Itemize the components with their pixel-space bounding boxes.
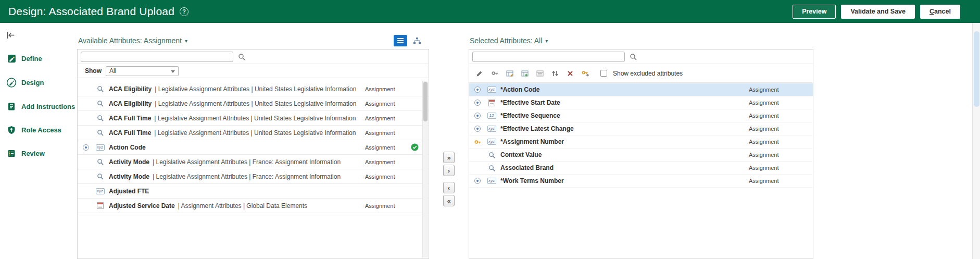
attribute-row[interactable]: xyz *Effective Latest Change Assignment (469, 122, 813, 135)
available-search-input[interactable] (81, 52, 233, 62)
available-attributes-title: Available Attributes: Assignment (78, 36, 182, 45)
attribute-name: Action Code (109, 144, 146, 151)
chevron-down-icon (171, 70, 175, 73)
sidebar-item-label: Role Access (21, 126, 61, 134)
search-icon[interactable] (630, 53, 637, 60)
date-attribute-icon (95, 202, 105, 209)
collapse-sidebar-button[interactable] (6, 31, 17, 40)
move-all-left-button[interactable]: « (443, 195, 455, 206)
text-attribute-icon: xyz (95, 144, 105, 151)
move-left-button[interactable]: ‹ (443, 182, 455, 193)
selected-search-input[interactable] (472, 52, 625, 62)
validate-and-save-button[interactable]: Validate and Save (841, 5, 915, 19)
attribute-row[interactable]: Adjusted Service Date | Assignment Attri… (78, 199, 429, 213)
show-filter-value: All (109, 67, 116, 75)
page-title: Design: Associated Brand Upload (8, 5, 174, 18)
attribute-category: Assignment (365, 101, 395, 107)
attribute-name: *Assignment Number (500, 138, 564, 145)
sidebar-item-define[interactable]: Define (0, 47, 77, 70)
preview-button[interactable]: Preview (793, 5, 836, 19)
generate-key-icon[interactable] (580, 68, 590, 79)
attribute-row[interactable]: xyz *Work Terms Number Assignment (469, 175, 813, 188)
attribute-row[interactable]: ACA Eligibility | Legislative Assignment… (78, 82, 429, 96)
attribute-name: ACA Eligibility (109, 85, 152, 93)
attribute-row[interactable]: Context Value Assignment (469, 149, 813, 162)
review-icon (6, 149, 17, 158)
attribute-name: Activity Mode (109, 158, 149, 166)
attribute-row[interactable]: xyz Adjusted FTE (78, 184, 429, 199)
attribute-row[interactable]: Activity Mode | Legislative Assignment A… (78, 155, 429, 169)
attribute-row[interactable]: ACA Full Time | Legislative Assignment A… (78, 111, 429, 126)
attribute-category: Assignment (749, 165, 778, 171)
search-icon[interactable] (238, 53, 245, 60)
radio-icon[interactable] (82, 144, 90, 151)
sidebar-item-design[interactable]: Design (0, 70, 77, 95)
attribute-row[interactable]: 12 *Effective Sequence Assignment (469, 109, 813, 122)
add-instructions-icon (6, 102, 17, 112)
radio-icon[interactable] (473, 113, 482, 119)
attribute-row[interactable]: ACA Full Time | Legislative Assignment A… (78, 126, 429, 140)
attribute-row[interactable]: Activity Mode | Legislative Assignment A… (78, 169, 429, 184)
attribute-row[interactable]: ACA Eligibility | Legislative Assignment… (78, 96, 429, 111)
move-all-right-button[interactable]: » (443, 152, 455, 163)
attribute-category: Assignment (365, 115, 395, 121)
available-attributes-title-dropdown[interactable]: Available Attributes: Assignment ▾ (78, 36, 187, 45)
attribute-category: Assignment (365, 203, 395, 209)
sidebar-item-review[interactable]: Review (0, 142, 77, 165)
scrollbar-thumb[interactable] (423, 82, 428, 121)
text-attribute-icon: xyz (487, 178, 496, 184)
role-access-icon (6, 125, 17, 135)
selected-attributes-list: xyz *Action Code Assignment *Effective S… (469, 83, 813, 258)
shuttle-controls: » › ‹ « (443, 152, 455, 206)
cancel-button[interactable]: Cancel (920, 5, 960, 19)
edit-attribute-icon[interactable] (505, 68, 515, 79)
radio-icon[interactable] (473, 178, 482, 184)
tree-view-button[interactable] (410, 35, 424, 46)
attribute-details-icon[interactable] (535, 68, 545, 79)
attribute-row[interactable]: xyz *Assignment Number Assignment (469, 135, 813, 149)
radio-icon[interactable] (473, 100, 482, 106)
lookup-icon (95, 158, 105, 165)
help-icon[interactable]: ? (180, 7, 189, 16)
edit-icon[interactable] (474, 68, 485, 79)
attribute-row[interactable]: *Effective Start Date Assignment (469, 96, 813, 109)
lookup-icon (95, 85, 105, 92)
text-attribute-icon: xyz (487, 126, 496, 132)
key-icon[interactable] (489, 68, 500, 79)
sidebar-item-label: Define (21, 55, 42, 63)
chevron-down-icon: ▾ (185, 38, 187, 44)
attribute-row[interactable]: Associated Brand Assignment (469, 162, 813, 175)
reorder-icon[interactable] (550, 68, 560, 79)
selected-attributes-toolbar: Show excluded attributes (469, 64, 813, 83)
add-attribute-icon[interactable] (520, 68, 530, 79)
selected-attributes-title: Selected Attributes: All (470, 36, 542, 45)
page-scrollbar[interactable] (972, 23, 980, 259)
attribute-row[interactable]: xyz Action Code Assignment (78, 140, 429, 155)
attribute-category: Assignment (365, 174, 395, 180)
selected-attributes-panel: Selected Attributes: All ▾ (469, 32, 813, 259)
attribute-path: | Legislative Assignment Attributes | Un… (154, 115, 356, 122)
attribute-name: *Action Code (500, 86, 539, 93)
design-icon (6, 77, 17, 88)
scrollbar-thumb[interactable] (974, 31, 979, 107)
move-right-button[interactable]: › (443, 165, 455, 176)
show-filter-select[interactable]: All (106, 66, 179, 76)
attribute-category: Assignment (749, 113, 778, 119)
attribute-row[interactable]: xyz *Action Code Assignment (469, 83, 813, 96)
available-list-scrollbar[interactable] (422, 81, 428, 257)
show-excluded-checkbox[interactable] (600, 70, 607, 77)
sidebar-item-role-access[interactable]: Role Access (0, 118, 77, 142)
key-icon (473, 138, 482, 146)
sidebar-item-label: Design (21, 79, 44, 87)
number-attribute-icon: 12 (487, 113, 496, 119)
radio-icon[interactable] (473, 87, 482, 93)
attribute-name: ACA Eligibility (109, 100, 152, 107)
text-attribute-icon: xyz (487, 87, 496, 93)
sidebar-item-add-instructions[interactable]: Add Instructions (0, 95, 77, 118)
attribute-category: Assignment (365, 144, 395, 151)
list-view-button[interactable] (394, 35, 407, 46)
selected-attributes-title-dropdown[interactable]: Selected Attributes: All ▾ (470, 36, 548, 45)
available-attributes-list: ACA Eligibility | Legislative Assignment… (78, 79, 429, 258)
radio-icon[interactable] (473, 126, 482, 132)
delete-icon[interactable] (565, 68, 575, 79)
